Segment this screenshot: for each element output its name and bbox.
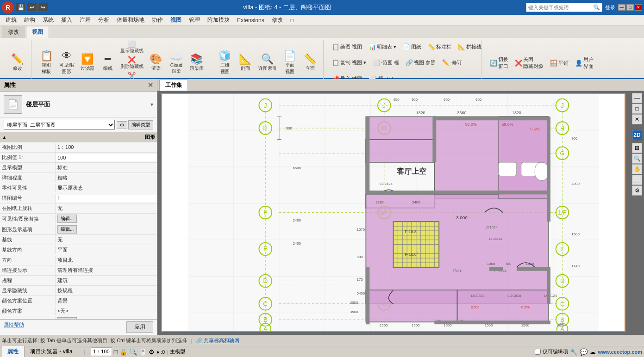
btn-planview[interactable]: 📄 平面视图 bbox=[281, 50, 299, 76]
btn-2d[interactable]: 2D bbox=[632, 130, 642, 140]
prop-row-colorscheme: 颜色方案 <无> bbox=[0, 306, 157, 316]
btn-elevation[interactable]: 📏 立面 bbox=[301, 53, 319, 73]
btn-render-lib[interactable]: 📚 渲染库 bbox=[188, 53, 206, 73]
properties-panel: 属性 ✕ 📄 楼层平面 ▾ 楼层平面: 二层平面图 ⚙ 编辑类型 ▲ 图形 视图… bbox=[0, 79, 157, 335]
status-icon-1[interactable]: □ bbox=[114, 348, 118, 356]
svg-rect-151 bbox=[366, 320, 369, 324]
prop-view-dropdown[interactable]: 楼层平面: 二层平面图 bbox=[4, 120, 115, 130]
search-input[interactable] bbox=[528, 5, 593, 10]
status-icon-zoom[interactable]: 🔍 bbox=[129, 348, 137, 356]
btn-titleblock[interactable]: 📏标注栏 bbox=[425, 43, 454, 51]
edit-type-btn[interactable]: 编辑类型 bbox=[128, 120, 153, 129]
menu-collaborate[interactable]: 协作 bbox=[148, 15, 167, 25]
menu-annotate[interactable]: 注释 bbox=[76, 15, 94, 25]
panel-tab-browser[interactable]: 项目浏览器 - villa bbox=[25, 346, 78, 357]
btn-section[interactable]: 📐 剖面 bbox=[236, 53, 255, 73]
tab-modify[interactable]: 修改 bbox=[2, 26, 25, 38]
undo-btn[interactable]: ↩ bbox=[27, 3, 37, 12]
menu-view[interactable]: 视图 bbox=[167, 15, 185, 25]
work-tab-main[interactable]: 工作集 bbox=[159, 80, 188, 91]
menu-extensions[interactable]: Extensions bbox=[233, 16, 268, 25]
menu-mass[interactable]: 体量和场地 bbox=[113, 15, 148, 25]
menu-system[interactable]: 系统 bbox=[39, 15, 57, 25]
app-icon: R bbox=[2, 1, 14, 13]
status-icon-4[interactable]: ⚙ bbox=[149, 348, 155, 356]
prop-section-graphics: ▲ 图形 bbox=[0, 132, 157, 142]
btn-copy-view[interactable]: 📋复制 视图 ▾ bbox=[329, 58, 369, 67]
btn-view-props[interactable]: ⚙ bbox=[632, 185, 642, 196]
btn-cloud-render[interactable]: ☁️ Cloud渲染 bbox=[167, 51, 186, 75]
btn-range[interactable]: ⬜·范围 框 bbox=[370, 58, 402, 67]
canvas-area: 工作集 bbox=[157, 79, 644, 335]
btn-sheet[interactable]: 📄图纸 bbox=[400, 43, 424, 51]
btn-drawing-view[interactable]: 📋绘图 视图 bbox=[329, 43, 365, 51]
menu-addons[interactable]: 附加模块 bbox=[204, 15, 233, 25]
prop-help[interactable]: 属性帮助 bbox=[4, 321, 24, 333]
btn-tile[interactable]: 🪟平铺 bbox=[547, 55, 571, 71]
btn-close-canvas[interactable]: ✕ bbox=[632, 114, 642, 124]
btn-del-hidden[interactable]: ❌ 删除隐藏线 bbox=[119, 55, 145, 70]
menu-build[interactable]: 建筑 bbox=[2, 15, 20, 25]
status-icon-6[interactable]: 💬 bbox=[580, 348, 588, 356]
svg-text:1140: 1140 bbox=[571, 264, 580, 268]
svg-text:3500: 3500 bbox=[350, 310, 358, 314]
close-btn[interactable]: ✕ bbox=[635, 4, 642, 11]
svg-text:900: 900 bbox=[357, 255, 363, 259]
svg-text:2400: 2400 bbox=[293, 218, 301, 222]
btn-pan[interactable]: ✋ bbox=[632, 164, 642, 174]
svg-text:2400: 2400 bbox=[412, 200, 420, 204]
status-icon-5[interactable]: 🔧 bbox=[570, 348, 578, 356]
quick-access-btn[interactable]: 💾 bbox=[16, 3, 26, 12]
svg-text:门M1: 门M1 bbox=[453, 269, 462, 273]
menu-manage[interactable]: 管理 bbox=[185, 15, 204, 25]
properties-close[interactable]: ✕ bbox=[148, 81, 153, 89]
btn-viewplate[interactable]: 📋 视图样板 bbox=[37, 50, 56, 76]
svg-text:170: 170 bbox=[357, 277, 363, 282]
minimize-btn[interactable]: — bbox=[618, 4, 625, 11]
floor-plan[interactable]: J J J H H H G F 1/F 1/F bbox=[161, 93, 625, 332]
maximize-btn[interactable]: □ bbox=[626, 4, 634, 11]
status-icon-7[interactable]: ☁ bbox=[589, 348, 596, 356]
btn-zoom-fit[interactable]: ⊞ bbox=[632, 143, 642, 153]
btn-modify[interactable]: ✏️ 修改 bbox=[8, 53, 27, 73]
btn-edit-graphic[interactable]: 编辑... bbox=[57, 225, 77, 234]
btn-close-hidden[interactable]: ❌关闭隐藏对象 bbox=[512, 55, 546, 71]
status-icon-3[interactable]: 🖱️ bbox=[139, 348, 147, 356]
btn-restore-canvas[interactable]: □ bbox=[632, 104, 642, 114]
tab-view[interactable]: 视图 bbox=[26, 26, 49, 38]
window-row1: 🔄切换窗口 ❌关闭隐藏对象 🪟平铺 👤用户界面 bbox=[487, 55, 596, 71]
search-bar[interactable]: 🔍 bbox=[526, 3, 602, 12]
menu-analyze[interactable]: 分析 bbox=[94, 15, 113, 25]
edit-type-icon[interactable]: ⚙ bbox=[117, 121, 127, 129]
redo-btn[interactable]: ↪ bbox=[38, 3, 48, 12]
btn-filter[interactable]: 🔽 过滤器 bbox=[78, 53, 97, 73]
svg-text:0.5%: 0.5% bbox=[521, 305, 530, 309]
svg-text:3.000: 3.000 bbox=[456, 215, 468, 220]
btn-schedule[interactable]: 📊明细表 ▾ bbox=[366, 43, 399, 51]
panel-tab-properties[interactable]: 属性 bbox=[2, 346, 25, 357]
btn-visibility[interactable]: 👁 可见性/图形 bbox=[57, 50, 76, 76]
btn-user-ui[interactable]: 👤用户界面 bbox=[572, 55, 596, 71]
btn-revision[interactable]: ✏️·修订 bbox=[439, 58, 465, 67]
menu-modify[interactable]: 修改 bbox=[268, 15, 287, 25]
btn-render[interactable]: 🎨 渲染 bbox=[147, 53, 165, 73]
menu-insert[interactable]: 插入 bbox=[57, 15, 76, 25]
menu-extra[interactable]: □ bbox=[287, 16, 297, 25]
editable-checkbox[interactable] bbox=[535, 349, 541, 355]
btn-minimize-canvas[interactable]: — bbox=[632, 93, 642, 103]
btn-zoom-window[interactable]: ⬜ bbox=[632, 175, 642, 185]
btn-switch-window[interactable]: 🔄切换窗口 bbox=[487, 55, 511, 71]
login-btn[interactable]: 登录 bbox=[605, 4, 615, 11]
btn-show-hidden[interactable]: ⬜ 显示隐藏线 bbox=[119, 40, 145, 55]
btn-edit-visibility[interactable]: 编辑... bbox=[57, 215, 77, 223]
status-icon-2[interactable]: 🔒 bbox=[119, 348, 127, 356]
menu-struct[interactable]: 结构 bbox=[20, 15, 39, 25]
btn-thin[interactable]: ━ 细线 bbox=[99, 53, 117, 73]
btn-callout[interactable]: 🔍 详图索引 bbox=[256, 53, 279, 73]
btn-zoom-in[interactable]: 🔍 bbox=[632, 154, 642, 164]
btn-3dview[interactable]: 🧊 三维视图 bbox=[216, 50, 234, 76]
apply-btn[interactable]: 应用 bbox=[126, 321, 153, 333]
share-label[interactable]: 🔗 共享标高和轴网 bbox=[196, 337, 239, 344]
btn-matchline[interactable]: 📐拼接线 bbox=[455, 43, 484, 51]
btn-view-ref[interactable]: 🔗视图 参照 bbox=[403, 58, 438, 67]
